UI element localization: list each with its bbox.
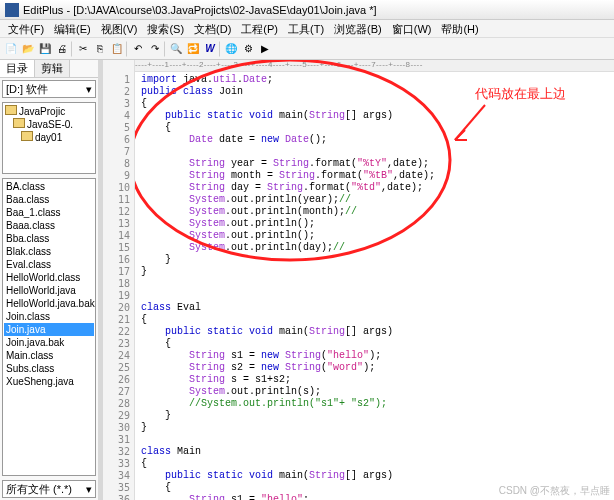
copy-icon[interactable]: ⎘ (92, 41, 108, 57)
redo-icon[interactable]: ↷ (147, 41, 163, 57)
editor-area: ----+----1----+----2----+----3----+----4… (103, 60, 614, 500)
chevron-down-icon: ▾ (86, 483, 92, 496)
file-item[interactable]: Eval.class (4, 258, 94, 271)
code-area[interactable]: import java.util.Date; public class Join… (135, 60, 614, 500)
filter-label: 所有文件 (*.*) (6, 482, 72, 497)
tree-item[interactable]: day01 (5, 131, 93, 144)
paste-icon[interactable]: 📋 (109, 41, 125, 57)
menu-item[interactable]: 文件(F) (3, 20, 49, 37)
menu-item[interactable]: 文档(D) (189, 20, 236, 37)
file-item[interactable]: XueSheng.java (4, 375, 94, 388)
browser-icon[interactable]: 🌐 (223, 41, 239, 57)
folder-tree[interactable]: JavaProjicJavaSE-0.day01 (2, 102, 96, 174)
app-icon (5, 3, 19, 17)
line-gutter: 1234567891011121314151617181920212223242… (103, 60, 135, 500)
word-wrap-icon[interactable]: W (202, 41, 218, 57)
separator (126, 41, 129, 57)
file-item[interactable]: Join.class (4, 310, 94, 323)
drive-combo[interactable]: [D:] 软件 ▾ (2, 80, 96, 98)
menu-item[interactable]: 编辑(E) (49, 20, 96, 37)
chevron-down-icon: ▾ (86, 83, 92, 96)
cut-icon[interactable]: ✂ (75, 41, 91, 57)
sidebar: 目录 剪辑 [D:] 软件 ▾ JavaProjicJavaSE-0.day01… (0, 60, 103, 500)
file-item[interactable]: Baa_1.class (4, 206, 94, 219)
window-title: EditPlus - [D:\JAVA\course\03.JavaProjic… (23, 0, 377, 20)
menu-item[interactable]: 视图(V) (96, 20, 143, 37)
file-list[interactable]: BA.classBaa.classBaa_1.classBaaa.classBb… (2, 178, 96, 476)
file-item[interactable]: Main.class (4, 349, 94, 362)
separator (219, 41, 222, 57)
file-item[interactable]: Baa.class (4, 193, 94, 206)
file-item[interactable]: Blak.class (4, 245, 94, 258)
menu-item[interactable]: 浏览器(B) (329, 20, 387, 37)
open-icon[interactable]: 📂 (20, 41, 36, 57)
menu-item[interactable]: 窗口(W) (387, 20, 437, 37)
drive-label: [D:] 软件 (6, 82, 48, 97)
file-item[interactable]: Bba.class (4, 232, 94, 245)
tool-icon[interactable]: ▶ (257, 41, 273, 57)
toolbar: 📄 📂 💾 🖨 ✂ ⎘ 📋 ↶ ↷ 🔍 🔁 W 🌐 ⚙ ▶ (0, 38, 614, 60)
print-icon[interactable]: 🖨 (54, 41, 70, 57)
separator (71, 41, 74, 57)
find-icon[interactable]: 🔍 (168, 41, 184, 57)
sidebar-tabs: 目录 剪辑 (0, 60, 98, 78)
menu-item[interactable]: 工具(T) (283, 20, 329, 37)
save-icon[interactable]: 💾 (37, 41, 53, 57)
title-bar: EditPlus - [D:\JAVA\course\03.JavaProjic… (0, 0, 614, 20)
tab-clip[interactable]: 剪辑 (35, 60, 70, 77)
menu-bar: 文件(F)编辑(E)视图(V)搜索(S)文档(D)工程(P)工具(T)浏览器(B… (0, 20, 614, 38)
file-item[interactable]: BA.class (4, 180, 94, 193)
file-item[interactable]: HelloWorld.java (4, 284, 94, 297)
file-item[interactable]: Join.java.bak (4, 336, 94, 349)
watermark: CSDN @不熬夜，早点睡 (499, 484, 610, 498)
new-icon[interactable]: 📄 (3, 41, 19, 57)
file-item[interactable]: Baaa.class (4, 219, 94, 232)
annotation-overlay (135, 60, 614, 500)
tool-icon[interactable]: ⚙ (240, 41, 256, 57)
menu-item[interactable]: 工程(P) (236, 20, 283, 37)
file-item[interactable]: HelloWorld.class (4, 271, 94, 284)
menu-item[interactable]: 帮助(H) (436, 20, 483, 37)
file-item[interactable]: Join.java (4, 323, 94, 336)
menu-item[interactable]: 搜索(S) (142, 20, 189, 37)
separator (164, 41, 167, 57)
annotation-text: 代码放在最上边 (475, 88, 566, 100)
tree-item[interactable]: JavaProjic (5, 105, 93, 118)
tree-item[interactable]: JavaSE-0. (5, 118, 93, 131)
file-item[interactable]: Subs.class (4, 362, 94, 375)
undo-icon[interactable]: ↶ (130, 41, 146, 57)
tab-directory[interactable]: 目录 (0, 60, 35, 77)
replace-icon[interactable]: 🔁 (185, 41, 201, 57)
filter-combo[interactable]: 所有文件 (*.*) ▾ (2, 480, 96, 498)
file-item[interactable]: HelloWorld.java.bak (4, 297, 94, 310)
